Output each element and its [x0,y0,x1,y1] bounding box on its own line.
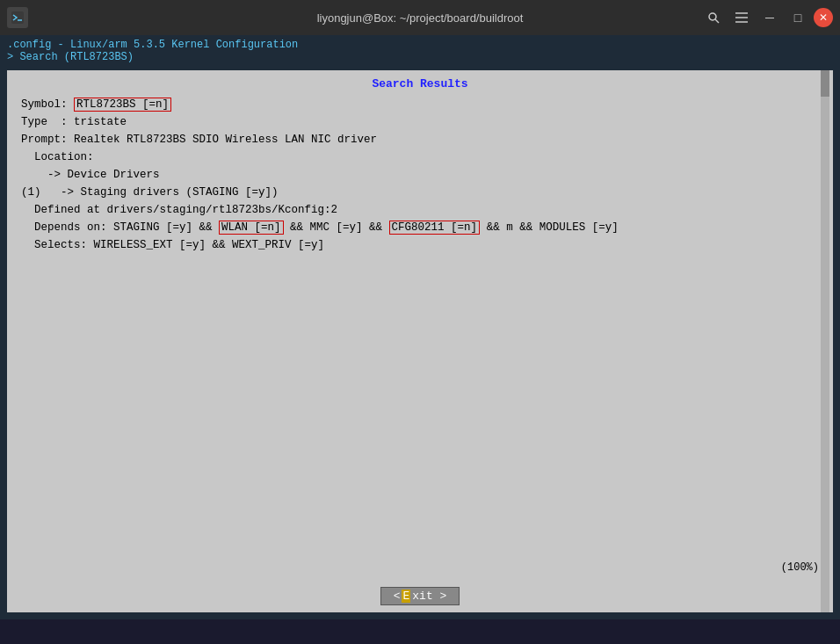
title-bar-left [7,7,28,28]
location-line: Location: [21,148,819,166]
exit-highlight: E [402,590,410,603]
terminal-icon [7,7,28,28]
scroll-thumb[interactable] [821,70,829,97]
window-title: liyongjun@Box: ~/project/board/buildroot [317,11,524,25]
maximize-button[interactable]: □ [786,5,810,30]
breadcrumb-line2: > Search (RTL8723BS) [7,51,833,63]
exit-btn-area: < Exit > [7,578,833,612]
prompt-line: Prompt: Realtek RTL8723BS SDIO Wireless … [21,131,819,148]
cfg80211-value: CFG80211 [=n] [389,221,481,235]
depends-line: Depends on: STAGING [=y] && WLAN [=n] &&… [21,219,819,236]
title-bar: liyongjun@Box: ~/project/board/buildroot… [0,0,840,35]
symbol-line: Symbol: RTL8723BS [=n] [21,96,819,113]
exit-label: xit > [412,590,446,603]
svg-line-3 [715,19,719,23]
results-panel: Search Results Symbol: RTL8723BS [=n] Ty… [7,70,833,612]
staging-line: (1) -> Staging drivers (STAGING [=y]) [21,184,819,201]
depends-mid: && MMC [=y] && [284,221,389,234]
results-title: Search Results [7,70,833,96]
exit-button[interactable]: < Exit > [380,587,460,605]
depends-prefix: Depends on: STAGING [=y] && [21,221,219,234]
scrollbar[interactable] [821,70,829,612]
minimize-button[interactable]: ─ [757,5,782,30]
hamburger-button[interactable] [729,5,754,30]
breadcrumb-line1: .config - Linux/arm 5.3.5 Kernel Configu… [7,39,833,51]
device-drivers-line: -> Device Drivers [21,166,819,184]
results-body: Symbol: RTL8723BS [=n] Type : tristate P… [7,96,833,578]
depends-suffix: && m && MODULES [=y] [480,221,619,234]
selects-line: Selects: WIRELESS_EXT [=y] && WEXT_PRIV … [21,236,819,254]
close-button[interactable]: ✕ [814,8,833,27]
window-controls: ─ □ ✕ [701,5,833,30]
defined-at-line: Defined at drivers/staging/rtl8723bs/Kco… [21,201,819,219]
percent-label: (100%) [781,561,819,574]
wlan-value: WLAN [=n] [219,221,284,235]
symbol-value: RTL8723BS [=n] [74,98,171,112]
breadcrumb-bar: .config - Linux/arm 5.3.5 Kernel Configu… [0,35,840,67]
svg-point-2 [709,13,716,20]
main-content: Search Results Symbol: RTL8723BS [=n] Ty… [0,67,840,619]
search-button[interactable] [701,5,726,30]
symbol-prefix: Symbol: [21,98,74,111]
terminal-area: .config - Linux/arm 5.3.5 Kernel Configu… [0,35,840,644]
exit-prefix: < [394,590,401,603]
bottom-bar [0,619,840,644]
type-line: Type : tristate [21,113,819,131]
